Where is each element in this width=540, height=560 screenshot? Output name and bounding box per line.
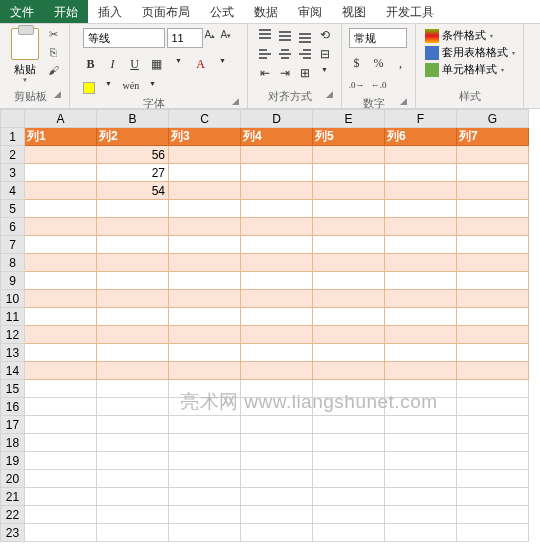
decrease-font-button[interactable]: A▾ bbox=[221, 29, 235, 47]
cell[interactable]: 列2 bbox=[97, 128, 169, 146]
cell[interactable]: 列1 bbox=[25, 128, 97, 146]
cell[interactable] bbox=[241, 524, 313, 542]
cell[interactable] bbox=[457, 146, 529, 164]
row-header[interactable]: 14 bbox=[1, 362, 25, 380]
cell[interactable] bbox=[97, 380, 169, 398]
cell[interactable] bbox=[25, 416, 97, 434]
row-header[interactable]: 7 bbox=[1, 236, 25, 254]
cell[interactable] bbox=[241, 146, 313, 164]
cell[interactable] bbox=[25, 236, 97, 254]
cell[interactable] bbox=[241, 236, 313, 254]
col-header[interactable]: G bbox=[457, 110, 529, 128]
increase-indent-button[interactable]: ⇥ bbox=[277, 66, 293, 82]
row-header[interactable]: 21 bbox=[1, 488, 25, 506]
row-header[interactable]: 3 bbox=[1, 164, 25, 182]
cell[interactable] bbox=[457, 488, 529, 506]
cell[interactable] bbox=[385, 236, 457, 254]
bold-button[interactable]: B bbox=[83, 57, 99, 73]
cell[interactable] bbox=[241, 362, 313, 380]
cell[interactable] bbox=[97, 398, 169, 416]
merge-button[interactable]: ⊞ bbox=[297, 66, 313, 82]
cell[interactable] bbox=[169, 524, 241, 542]
cell[interactable] bbox=[385, 146, 457, 164]
phonetic-button[interactable]: wén bbox=[123, 80, 139, 96]
cell[interactable] bbox=[241, 254, 313, 272]
chevron-down-icon[interactable]: ▼ bbox=[215, 57, 231, 73]
cell[interactable] bbox=[241, 326, 313, 344]
cell[interactable] bbox=[457, 308, 529, 326]
cell[interactable] bbox=[169, 200, 241, 218]
chevron-down-icon[interactable]: ▼ bbox=[101, 80, 117, 96]
row-header[interactable]: 19 bbox=[1, 452, 25, 470]
cell[interactable] bbox=[241, 218, 313, 236]
cell[interactable] bbox=[169, 164, 241, 182]
tab-view[interactable]: 视图 bbox=[332, 0, 376, 23]
cell[interactable] bbox=[169, 434, 241, 452]
cell[interactable] bbox=[457, 524, 529, 542]
col-header[interactable]: C bbox=[169, 110, 241, 128]
cell[interactable] bbox=[241, 506, 313, 524]
fill-color-button[interactable] bbox=[83, 82, 95, 94]
align-center-button[interactable] bbox=[277, 47, 293, 61]
cell[interactable] bbox=[97, 416, 169, 434]
row-header[interactable]: 23 bbox=[1, 524, 25, 542]
row-header[interactable]: 16 bbox=[1, 398, 25, 416]
select-all-corner[interactable] bbox=[1, 110, 25, 128]
currency-button[interactable]: $ bbox=[349, 56, 365, 72]
border-button[interactable]: ▦ bbox=[149, 57, 165, 73]
align-middle-button[interactable] bbox=[277, 28, 293, 42]
row-header[interactable]: 20 bbox=[1, 470, 25, 488]
cell[interactable] bbox=[25, 470, 97, 488]
format-painter-button[interactable]: 🖌 bbox=[46, 64, 62, 78]
cell[interactable] bbox=[313, 362, 385, 380]
cell[interactable] bbox=[25, 524, 97, 542]
cell[interactable] bbox=[313, 524, 385, 542]
cut-button[interactable]: ✂ bbox=[46, 28, 62, 42]
cell[interactable] bbox=[457, 470, 529, 488]
row-header[interactable]: 2 bbox=[1, 146, 25, 164]
row-header[interactable]: 4 bbox=[1, 182, 25, 200]
launcher-icon[interactable]: ◢ bbox=[54, 89, 61, 99]
cell[interactable] bbox=[313, 236, 385, 254]
row-header[interactable]: 8 bbox=[1, 254, 25, 272]
cell[interactable] bbox=[25, 308, 97, 326]
tab-formula[interactable]: 公式 bbox=[200, 0, 244, 23]
cell[interactable] bbox=[169, 290, 241, 308]
spreadsheet-grid[interactable]: ABCDEFG 1列1列2列3列4列5列6列725632745456789101… bbox=[0, 109, 529, 542]
cell[interactable] bbox=[241, 308, 313, 326]
cell[interactable] bbox=[97, 200, 169, 218]
tab-home[interactable]: 开始 bbox=[44, 0, 88, 23]
cell[interactable] bbox=[457, 362, 529, 380]
cell[interactable] bbox=[169, 182, 241, 200]
cell[interactable] bbox=[241, 200, 313, 218]
cell[interactable] bbox=[25, 434, 97, 452]
cell[interactable] bbox=[25, 362, 97, 380]
cell[interactable] bbox=[385, 506, 457, 524]
cell[interactable] bbox=[385, 308, 457, 326]
cell[interactable] bbox=[385, 470, 457, 488]
cell[interactable] bbox=[313, 308, 385, 326]
conditional-format-button[interactable]: 条件格式▾ bbox=[425, 28, 493, 43]
cell[interactable] bbox=[313, 326, 385, 344]
cell[interactable] bbox=[169, 236, 241, 254]
cell[interactable] bbox=[385, 416, 457, 434]
cell[interactable] bbox=[313, 452, 385, 470]
tab-data[interactable]: 数据 bbox=[244, 0, 288, 23]
cell[interactable] bbox=[241, 290, 313, 308]
cell[interactable] bbox=[169, 452, 241, 470]
cell[interactable]: 列7 bbox=[457, 128, 529, 146]
cell[interactable] bbox=[25, 398, 97, 416]
cell[interactable] bbox=[313, 164, 385, 182]
paste-button[interactable]: 粘贴 ▼ bbox=[8, 28, 42, 83]
cell[interactable] bbox=[241, 488, 313, 506]
cell[interactable] bbox=[457, 218, 529, 236]
cell[interactable] bbox=[97, 218, 169, 236]
decrease-indent-button[interactable]: ⇤ bbox=[257, 66, 273, 82]
cell[interactable] bbox=[313, 272, 385, 290]
cell[interactable] bbox=[97, 434, 169, 452]
cell[interactable] bbox=[313, 434, 385, 452]
cell[interactable] bbox=[25, 254, 97, 272]
cell[interactable] bbox=[97, 344, 169, 362]
cell[interactable] bbox=[457, 398, 529, 416]
cell[interactable] bbox=[97, 272, 169, 290]
